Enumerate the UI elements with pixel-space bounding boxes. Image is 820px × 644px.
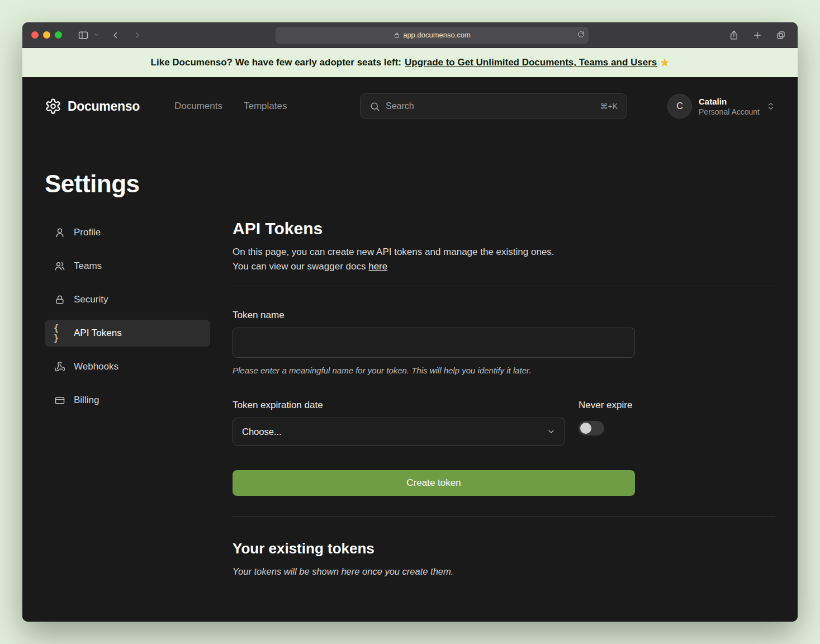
chevron-down-icon xyxy=(547,427,556,436)
existing-tokens-title: Your existing tokens xyxy=(233,540,775,557)
forward-button[interactable] xyxy=(129,27,145,43)
banner-text: Like Documenso? We have few early adopte… xyxy=(151,57,401,68)
search-input[interactable]: Search ⌘+K xyxy=(360,93,627,119)
sidebar-item-label: Webhooks xyxy=(74,361,119,372)
credit-card-icon xyxy=(54,395,66,406)
back-button[interactable] xyxy=(108,27,124,43)
token-name-input[interactable] xyxy=(233,328,635,358)
browser-titlebar: app.documenso.com xyxy=(22,22,798,48)
sidebar-item-profile[interactable]: Profile xyxy=(45,219,210,246)
user-icon xyxy=(54,227,66,238)
brand-name: Documenso xyxy=(68,99,140,114)
zoom-window-button[interactable] xyxy=(55,31,62,39)
sidebar-item-api-tokens[interactable]: { } API Tokens xyxy=(45,320,210,347)
documenso-logo-icon xyxy=(45,98,61,115)
section-title: API Tokens xyxy=(233,219,775,238)
close-window-button[interactable] xyxy=(31,31,39,39)
main-nav: Documents Templates xyxy=(174,101,287,112)
documenso-page: Documenso Documents Templates Search ⌘+K… xyxy=(22,77,798,622)
expiration-select[interactable]: Choose... xyxy=(233,418,565,446)
sidebar-item-billing[interactable]: Billing xyxy=(45,387,210,414)
upsell-banner: Like Documenso? We have few early adopte… xyxy=(22,48,798,77)
webhook-icon xyxy=(54,361,66,372)
expiration-label: Token expiration date xyxy=(233,400,565,411)
titlebar-right-icons xyxy=(726,27,789,43)
section-description: On this page, you can create new API tok… xyxy=(233,245,775,273)
new-tab-icon[interactable] xyxy=(750,27,765,43)
nav-templates[interactable]: Templates xyxy=(244,101,287,112)
tab-overview-chevron-icon[interactable] xyxy=(93,30,102,40)
token-name-label: Token name xyxy=(233,310,775,321)
sidebar-item-label: API Tokens xyxy=(74,328,122,339)
sidebar-item-label: Teams xyxy=(74,261,102,272)
users-icon xyxy=(54,261,66,272)
account-menu[interactable]: C Catalin Personal Account xyxy=(667,94,775,119)
description-line1: On this page, you can create new API tok… xyxy=(233,247,554,257)
sidebar-item-label: Security xyxy=(74,294,108,305)
search-shortcut: ⌘+K xyxy=(600,102,618,111)
existing-tokens-hint: Your tokens will be shown here once you … xyxy=(233,566,775,577)
refresh-icon[interactable] xyxy=(577,31,585,40)
divider xyxy=(233,516,775,517)
minimize-window-button[interactable] xyxy=(43,31,50,39)
page-title: Settings xyxy=(45,170,775,198)
upgrade-link[interactable]: Upgrade to Get Unlimited Documents, Team… xyxy=(405,57,657,68)
sidebar-item-label: Profile xyxy=(74,227,101,238)
star-icon: ★ xyxy=(660,56,669,69)
token-name-hint: Please enter a meaningful name for your … xyxy=(233,366,775,375)
padlock-icon xyxy=(394,32,400,39)
browser-window: app.documenso.com Like Documenso? We hav… xyxy=(22,22,798,622)
share-icon[interactable] xyxy=(726,27,742,43)
api-tokens-panel: API Tokens On this page, you can create … xyxy=(233,219,775,577)
window-controls xyxy=(31,31,62,39)
nav-documents[interactable]: Documents xyxy=(174,101,222,112)
never-expire-toggle[interactable] xyxy=(579,421,604,435)
sidebar-item-webhooks[interactable]: Webhooks xyxy=(45,353,210,380)
sidebar-item-teams[interactable]: Teams xyxy=(45,253,210,280)
swagger-docs-link[interactable]: here xyxy=(368,261,387,272)
brand[interactable]: Documenso xyxy=(45,98,140,115)
address-bar[interactable]: app.documenso.com xyxy=(276,27,589,44)
user-name: Catalin xyxy=(699,97,760,106)
app-header: Documenso Documents Templates Search ⌘+K… xyxy=(45,77,775,135)
avatar: C xyxy=(667,94,692,119)
create-token-button[interactable]: Create token xyxy=(233,470,635,496)
description-line2: You can view our swagger docs xyxy=(233,261,368,272)
sidebar-item-security[interactable]: Security xyxy=(45,286,210,313)
expiration-value: Choose... xyxy=(242,427,282,437)
settings-sidebar: Profile Teams Security { } API Token xyxy=(45,219,210,577)
search-icon xyxy=(369,101,380,112)
tab-overview-icon[interactable] xyxy=(773,27,789,43)
chevrons-up-down-icon xyxy=(766,102,775,111)
user-meta: Catalin Personal Account xyxy=(699,97,760,116)
sidebar-toggle-icon[interactable] xyxy=(75,27,91,43)
sidebar-item-label: Billing xyxy=(74,395,99,406)
avatar-initial: C xyxy=(676,101,683,111)
search-placeholder: Search xyxy=(386,101,594,111)
toggle-knob xyxy=(580,423,591,434)
never-expire-label: Never expire xyxy=(579,400,632,411)
url-text: app.documenso.com xyxy=(403,31,471,39)
divider xyxy=(233,286,775,286)
lock-icon xyxy=(54,294,66,305)
user-account-type: Personal Account xyxy=(699,107,760,116)
braces-icon: { } xyxy=(54,323,66,343)
